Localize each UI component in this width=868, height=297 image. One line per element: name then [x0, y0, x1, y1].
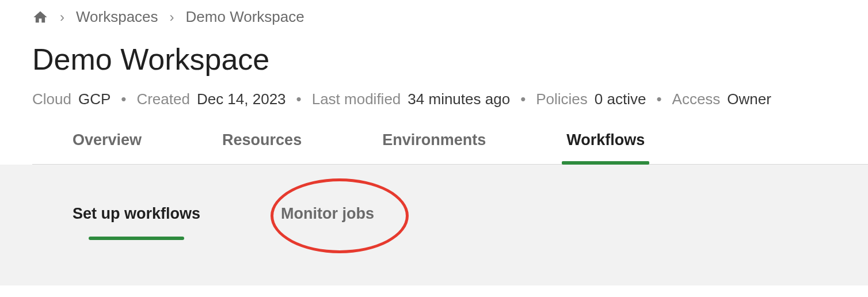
- tab-overview[interactable]: Overview: [73, 131, 142, 164]
- policies-label: Policies: [536, 90, 588, 108]
- cloud-value: GCP: [78, 90, 111, 108]
- tab-environments[interactable]: Environments: [382, 131, 486, 164]
- chevron-right-icon: ›: [170, 9, 174, 25]
- separator-dot: •: [121, 90, 126, 108]
- secondary-tabs: Set up workflows Monitor jobs: [32, 205, 868, 240]
- modified-value: 34 minutes ago: [408, 90, 510, 108]
- home-icon[interactable]: [32, 9, 48, 25]
- tab-workflows[interactable]: Workflows: [566, 131, 645, 164]
- created-value: Dec 14, 2023: [197, 90, 286, 108]
- separator-dot: •: [656, 90, 661, 108]
- tab-resources[interactable]: Resources: [222, 131, 302, 164]
- created-label: Created: [136, 90, 190, 108]
- access-label: Access: [672, 90, 721, 108]
- breadcrumb: › Workspaces › Demo Workspace: [32, 0, 868, 42]
- meta-row: Cloud GCP • Created Dec 14, 2023 • Last …: [32, 90, 868, 131]
- policies-value: 0 active: [595, 90, 646, 108]
- breadcrumb-demo-workspace[interactable]: Demo Workspace: [186, 8, 304, 26]
- subtab-setup-workflows[interactable]: Set up workflows: [73, 205, 200, 240]
- subtab-monitor-jobs[interactable]: Monitor jobs: [281, 205, 374, 240]
- separator-dot: •: [520, 90, 526, 108]
- primary-tabs: Overview Resources Environments Workflow…: [32, 131, 868, 165]
- cloud-label: Cloud: [32, 90, 71, 108]
- modified-label: Last modified: [312, 90, 401, 108]
- separator-dot: •: [296, 90, 302, 108]
- chevron-right-icon: ›: [60, 9, 64, 25]
- page-title: Demo Workspace: [32, 42, 868, 90]
- breadcrumb-workspaces[interactable]: Workspaces: [76, 8, 158, 26]
- access-value: Owner: [727, 90, 771, 108]
- sub-section: Set up workflows Monitor jobs: [0, 165, 868, 285]
